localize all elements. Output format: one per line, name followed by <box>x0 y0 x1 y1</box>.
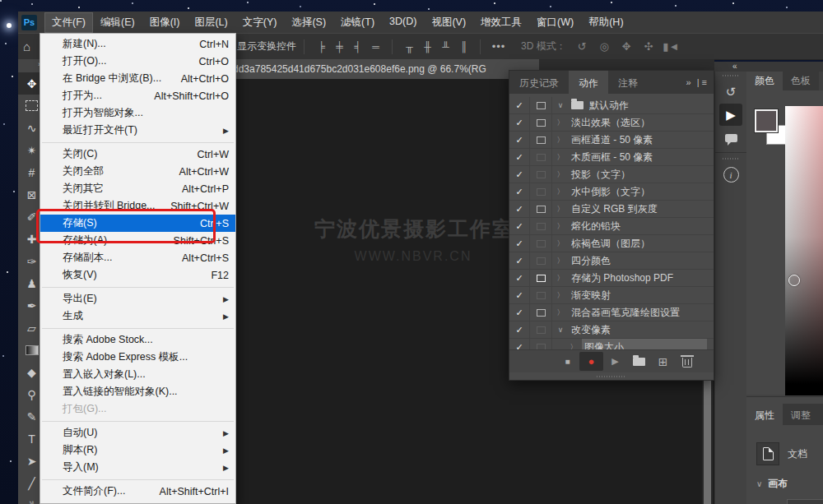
collapse-panels-icon[interactable]: « <box>732 62 737 71</box>
file-menu-item-7[interactable]: 关闭(C)Ctrl+W <box>40 146 235 163</box>
action-checkbox[interactable]: ✓ <box>509 149 530 165</box>
distribute-v-icon[interactable]: ║ <box>454 41 472 53</box>
action-checkbox[interactable]: ✓ <box>509 287 530 303</box>
dialog-toggle[interactable] <box>530 97 552 113</box>
action-row-6[interactable]: ✓〉自定义 RGB 到灰度 <box>509 201 714 218</box>
actions-panel-icon[interactable]: ▶ <box>719 104 742 126</box>
align-top-icon[interactable]: ╥ <box>400 41 418 53</box>
action-row-5[interactable]: ✓〉水中倒影（文字） <box>509 183 714 201</box>
file-menu-item-20[interactable]: 搜索 Adobe Express 模板... <box>40 349 235 366</box>
chevron-down-icon[interactable]: ∨ <box>552 97 569 113</box>
file-menu-item-17[interactable]: 生成▶ <box>40 307 235 325</box>
color-gradient-field[interactable] <box>785 106 823 395</box>
action-row-2[interactable]: ✓〉画框通道 - 50 像素 <box>509 132 714 149</box>
dialog-toggle[interactable] <box>530 339 552 349</box>
dialog-toggle[interactable] <box>530 201 552 217</box>
chevron-right-icon[interactable]: 〉 <box>552 304 569 321</box>
action-checkbox[interactable]: ✓ <box>509 132 530 148</box>
align-bottom-icon[interactable]: ╨ <box>436 41 454 53</box>
file-menu-item-26[interactable]: 脚本(R)▶ <box>40 442 235 459</box>
action-checkbox[interactable]: ✓ <box>509 321 530 338</box>
action-row-13[interactable]: ✓∨改变像素 <box>509 321 714 339</box>
action-row-3[interactable]: ✓〉木质画框 - 50 像素 <box>509 149 714 166</box>
file-menu-item-1[interactable]: 打开(O)...Ctrl+O <box>40 53 235 70</box>
file-menu-item-16[interactable]: 导出(E)▶ <box>40 290 235 307</box>
file-menu-item-5[interactable]: 最近打开文件(T)▶ <box>40 122 235 139</box>
color-picker-handle[interactable] <box>788 275 800 286</box>
chevron-right-icon[interactable]: 〉 <box>552 132 569 148</box>
new-folder-button[interactable] <box>627 352 651 371</box>
file-menu-item-25[interactable]: 自动(U)▶ <box>40 424 235 442</box>
tab-动作[interactable]: 动作 <box>569 71 608 94</box>
chevron-right-icon[interactable]: 〉 <box>552 252 569 269</box>
distribute-h-icon[interactable]: ═ <box>366 41 384 53</box>
file-menu-item-11[interactable]: 存储(S)Ctrl+S <box>40 215 235 232</box>
action-checkbox[interactable]: ✓ <box>509 183 530 200</box>
menubar-item-10[interactable]: 窗口(W) <box>529 12 581 33</box>
panel-resize-grip[interactable] <box>509 372 714 380</box>
history-panel-icon[interactable]: ↺ <box>719 81 742 102</box>
align-center-h-icon[interactable]: ╪ <box>330 41 348 53</box>
tab-颜色[interactable]: 颜色 <box>746 69 783 90</box>
notes-panel-icon[interactable] <box>719 127 742 148</box>
chevron-right-icon[interactable]: 〉 <box>552 183 569 200</box>
action-row-14[interactable]: ✓〉图像大小 <box>509 339 714 349</box>
file-menu-item-19[interactable]: 搜索 Adobe Stock... <box>40 331 235 349</box>
action-row-1[interactable]: ✓〉淡出效果（选区） <box>509 114 714 132</box>
dialog-toggle[interactable] <box>530 114 552 131</box>
action-checkbox[interactable]: ✓ <box>509 304 530 321</box>
file-menu-item-22[interactable]: 置入链接的智能对象(K)... <box>40 383 235 400</box>
tab-色板[interactable]: 色板 <box>783 69 819 90</box>
action-checkbox[interactable]: ✓ <box>509 97 530 113</box>
file-menu-item-10[interactable]: 关闭并转到 Bridge...Shift+Ctrl+W <box>40 197 235 215</box>
file-menu-item-2[interactable]: 在 Bridge 中浏览(B)...Alt+Ctrl+O <box>40 70 235 87</box>
action-row-9[interactable]: ✓〉四分颜色 <box>509 252 714 270</box>
file-menu-item-9[interactable]: 关闭其它Alt+Ctrl+P <box>40 180 235 197</box>
new-action-button[interactable]: ⊞ <box>651 352 675 371</box>
chevron-down-icon[interactable]: ∨ <box>552 321 569 338</box>
menubar-item-11[interactable]: 帮助(H) <box>581 12 630 33</box>
menubar-item-6[interactable]: 滤镜(T) <box>333 12 382 33</box>
file-menu-item-4[interactable]: 打开为智能对象... <box>40 104 235 122</box>
play-button[interactable]: ▶ <box>603 352 627 371</box>
tab-注释[interactable]: 注释 <box>608 71 648 94</box>
action-checkbox[interactable]: ✓ <box>509 235 530 252</box>
action-row-8[interactable]: ✓〉棕褐色调（图层） <box>509 235 714 252</box>
menubar-item-5[interactable]: 选择(S) <box>284 12 333 33</box>
dialog-toggle[interactable] <box>530 270 552 286</box>
chevron-right-icon[interactable]: 〉 <box>552 287 569 303</box>
menubar-item-0[interactable]: 文件(F) <box>44 12 93 33</box>
dock-grip[interactable] <box>723 158 739 160</box>
chevron-right-icon[interactable]: 〉 <box>565 339 582 349</box>
menubar-item-9[interactable]: 增效工具 <box>473 12 529 33</box>
menubar-item-1[interactable]: 编辑(E) <box>93 12 142 33</box>
dialog-toggle[interactable] <box>530 132 552 148</box>
action-row-4[interactable]: ✓〉投影（文字） <box>509 166 714 183</box>
action-checkbox[interactable]: ✓ <box>509 218 530 234</box>
dialog-toggle[interactable] <box>530 166 552 183</box>
action-row-12[interactable]: ✓〉混合器画笔克隆绘图设置 <box>509 304 714 321</box>
file-menu-item-21[interactable]: 置入嵌入对象(L)... <box>40 366 235 383</box>
dialog-toggle[interactable] <box>530 149 552 165</box>
width-input[interactable] <box>787 499 823 504</box>
dialog-toggle[interactable] <box>530 321 552 338</box>
canvas-section-header[interactable]: ∨ 画布 <box>756 477 823 491</box>
dialog-toggle[interactable] <box>530 218 552 234</box>
menubar-item-8[interactable]: 视图(V) <box>424 12 473 33</box>
camera-3d-icon[interactable]: ▮◄ <box>660 40 682 53</box>
chevron-right-icon[interactable]: 〉 <box>552 149 569 165</box>
dialog-toggle[interactable] <box>530 235 552 252</box>
align-left-icon[interactable]: ╞ <box>312 41 330 53</box>
document-properties-row[interactable]: 文档 <box>756 442 823 465</box>
file-menu-item-3[interactable]: 打开为...Alt+Shift+Ctrl+O <box>40 87 235 104</box>
dock-grip[interactable] <box>723 75 739 76</box>
info-panel-icon[interactable]: i <box>719 164 742 185</box>
file-menu-item-14[interactable]: 恢复(V)F12 <box>40 266 235 284</box>
file-menu-item-13[interactable]: 存储副本...Alt+Ctrl+S <box>40 249 235 266</box>
roll-3d-icon[interactable]: ◎ <box>593 40 616 53</box>
file-menu-item-8[interactable]: 关闭全部Alt+Ctrl+W <box>40 163 235 180</box>
dialog-toggle[interactable] <box>530 252 552 269</box>
align-center-v-icon[interactable]: ╫ <box>418 41 436 53</box>
menubar-item-3[interactable]: 图层(L) <box>187 12 235 33</box>
file-menu-item-0[interactable]: 新建(N)...Ctrl+N <box>40 35 235 53</box>
